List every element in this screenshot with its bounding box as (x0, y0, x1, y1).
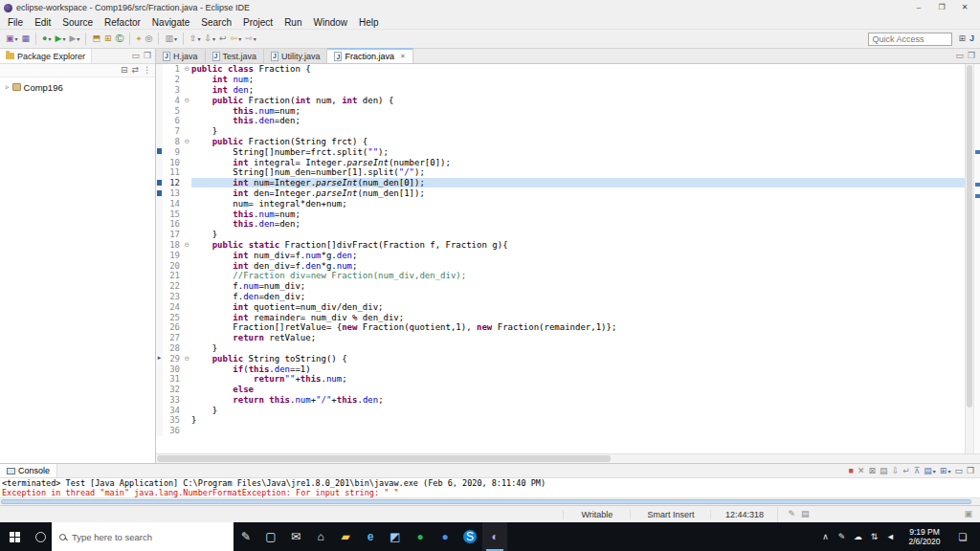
code-text[interactable]: } (191, 126, 965, 136)
console-scrollbar[interactable] (0, 497, 980, 505)
menu-search[interactable]: Search (195, 17, 237, 28)
new-java-project-button[interactable]: ⬒ (90, 32, 102, 47)
word-wrap-button[interactable]: ↵ (901, 463, 912, 478)
line-number[interactable]: 27 (163, 333, 183, 342)
code-text[interactable]: return this.num+"/"+this.den; (191, 395, 965, 405)
annotation-ruler-cell[interactable] (156, 301, 163, 312)
annotation-ruler-cell[interactable] (156, 426, 163, 436)
volume-button[interactable]: ◄ (882, 522, 899, 551)
annotation-ruler-cell[interactable] (156, 209, 163, 219)
vertical-scrollbar-thumb[interactable] (967, 65, 972, 408)
line-number[interactable]: 7 (163, 126, 183, 136)
last-edit-marker-icon[interactable]: ▸ (156, 353, 163, 364)
code-text[interactable]: public class Fraction { (191, 64, 965, 74)
annotation-ruler-cell[interactable] (156, 198, 163, 209)
maximize-view-button[interactable]: ❐ (966, 48, 977, 63)
line-number[interactable]: 31 (163, 374, 183, 384)
code-text[interactable]: this.den=den; (191, 219, 965, 229)
line-number[interactable]: 10 (163, 158, 183, 167)
code-text[interactable]: } (191, 343, 965, 353)
annotation-ruler-cell[interactable] (156, 395, 163, 406)
line-number[interactable]: 30 (163, 364, 183, 374)
code-text[interactable]: int den=Integer.parseInt(num_den[1]); (191, 188, 965, 198)
annotation-ruler-cell[interactable] (156, 157, 163, 167)
tray-expand-button[interactable]: ∧ (817, 522, 834, 551)
line-number[interactable]: 21 (163, 271, 183, 280)
file-explorer-button[interactable]: ▰ (333, 522, 358, 551)
maximize-view-button[interactable]: ❐ (142, 49, 153, 64)
code-text[interactable]: //Fraction div=new Fraction(num_div,den_… (191, 271, 965, 280)
open-console-button[interactable]: ⊞▾ (938, 463, 953, 478)
scroll-lock-button[interactable]: ⇩ (890, 463, 902, 478)
line-number[interactable]: 23 (163, 292, 183, 301)
code-text[interactable]: f.num=num_div; (191, 281, 965, 291)
clear-console-button[interactable]: ▤ (878, 463, 890, 478)
annotation-ruler-cell[interactable] (156, 364, 163, 374)
code-text[interactable]: if(this.den==1) (191, 364, 965, 374)
annotation-ruler-cell[interactable] (156, 333, 163, 343)
annotation-ruler-cell[interactable] (156, 64, 163, 75)
skype-button[interactable]: S (457, 522, 482, 551)
code-text[interactable]: int den_div=f.den*g.num; (191, 261, 965, 271)
annotation-ruler-cell[interactable] (156, 260, 163, 271)
code-text[interactable]: f.den=den_div; (191, 292, 965, 301)
action-center-button[interactable]: ❏ (950, 532, 975, 542)
annotation-ruler-cell[interactable] (156, 343, 163, 354)
annotation-ruler-cell[interactable] (156, 167, 163, 178)
line-number[interactable]: 1 (163, 64, 183, 74)
save-button[interactable]: ▦ (20, 32, 33, 47)
tab-test-java[interactable]: JTest.java (206, 49, 265, 63)
remove-launch-button[interactable]: ✕ (856, 463, 867, 478)
fold-marker-icon[interactable]: ⊖ (183, 65, 191, 73)
overview-mark[interactable] (975, 194, 980, 198)
remove-all-launches-button[interactable]: ⊠ (867, 463, 879, 478)
close-tab-icon[interactable]: ✕ (400, 53, 406, 60)
line-number[interactable]: 24 (163, 302, 183, 312)
annotation-ruler-cell[interactable] (156, 85, 163, 96)
photos-app-button[interactable]: ◩ (383, 522, 408, 551)
start-button[interactable] (0, 522, 29, 551)
code-text[interactable]: public Fraction(String frct) { (191, 137, 965, 146)
code-text[interactable]: String[]number=frct.split(""); (191, 147, 965, 157)
line-number[interactable]: 16 (163, 219, 183, 229)
console-scrollbar-thumb[interactable] (1, 499, 971, 504)
tab-h-java[interactable]: JH.java (156, 49, 206, 63)
code-text[interactable]: else (191, 385, 965, 394)
taskbar-clock[interactable]: 9:19 PM 2/6/2020 (899, 527, 950, 546)
debug-button[interactable]: ●▾ (40, 32, 53, 47)
mail-app-button[interactable]: ✉ (283, 522, 308, 551)
line-number[interactable]: 8 (163, 137, 183, 146)
annotation-ruler-cell[interactable] (156, 385, 163, 395)
line-number[interactable]: 6 (163, 116, 183, 125)
minimize-view-button[interactable]: ▭ (952, 463, 965, 478)
code-text[interactable]: int den; (191, 85, 965, 95)
line-number[interactable]: 9 (163, 147, 183, 157)
fold-marker-icon[interactable]: ⊖ (183, 138, 191, 145)
line-number[interactable]: 2 (163, 75, 183, 84)
fold-marker-icon[interactable]: ⊖ (183, 241, 191, 249)
search-button[interactable]: ◎ (144, 32, 155, 47)
overview-ruler[interactable] (973, 64, 980, 453)
eclipse-app-button[interactable]: ◐ (482, 522, 507, 551)
fold-marker-icon[interactable]: ⊖ (183, 355, 191, 363)
code-text[interactable]: String[]num_den=number[1].split("/"); (191, 167, 965, 177)
code-text[interactable]: } (191, 415, 965, 425)
code-text[interactable]: int num; (191, 75, 965, 84)
annotation-ruler-cell[interactable] (156, 292, 163, 302)
cortana-button[interactable] (29, 522, 52, 551)
code-text[interactable]: public static Fraction[]divFract(Fractio… (191, 240, 965, 250)
annotation-ruler-cell[interactable] (156, 95, 163, 105)
annotation-ruler-cell[interactable] (156, 137, 163, 147)
line-number[interactable]: 5 (163, 106, 183, 116)
line-number[interactable]: 12 (163, 178, 183, 187)
store-app-button[interactable]: ⌂ (308, 522, 333, 551)
taskbar-search[interactable]: Type here to search (52, 522, 234, 551)
menu-navigate[interactable]: Navigate (146, 17, 195, 28)
last-edit-location-button[interactable]: ↩ (217, 32, 229, 47)
line-number[interactable]: 26 (163, 322, 183, 332)
forward-button[interactable]: ⇨▾ (243, 32, 258, 47)
tab-utility-java[interactable]: JUtility.java (264, 49, 327, 63)
line-number[interactable]: 19 (163, 251, 183, 260)
horizontal-scrollbar[interactable] (156, 453, 980, 463)
open-perspective-button[interactable]: ⊞ (956, 32, 968, 47)
